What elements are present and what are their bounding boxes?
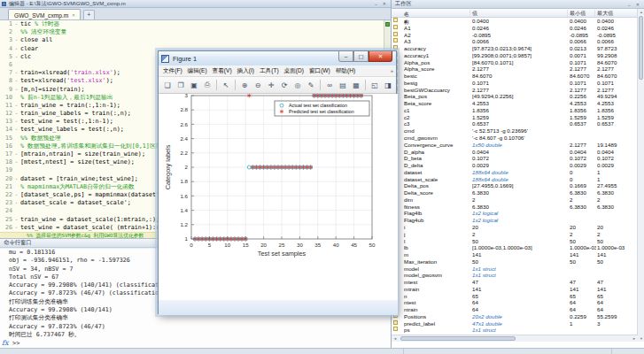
workspace-row[interactable]: j222 xyxy=(392,231,638,238)
close-button[interactable]: ✕ xyxy=(369,51,392,62)
workspace-row[interactable]: Delta_pos[27.4955,0.1669]0.166927.4955 xyxy=(392,182,638,189)
workspace-row[interactable]: D_delta0.00290.00290.0029 xyxy=(392,162,638,169)
workspace-row[interactable]: ps1x1 struct xyxy=(392,327,638,334)
panel-controls-icon[interactable]: ⌄ ✕ xyxy=(374,1,388,6)
workspace-row[interactable]: dim222 xyxy=(392,196,638,204)
menu-w[interactable]: 窗口(W) xyxy=(309,67,330,75)
scroll-down-icon[interactable]: ▼ xyxy=(638,335,644,342)
menu-d[interactable]: 桌面(D) xyxy=(284,67,304,75)
col-value[interactable]: 值 xyxy=(472,10,477,18)
hscroll-thumb[interactable] xyxy=(400,336,516,341)
status-bar xyxy=(0,348,644,354)
workspace-row[interactable]: Delta_score6.38306.38306.3830 xyxy=(392,189,638,196)
col-min[interactable]: 最小值 xyxy=(570,10,586,18)
workspace-row[interactable]: n656565 xyxy=(392,293,638,300)
workspace-column-headers[interactable]: 名称 ▴ 值 最小值 最大值 xyxy=(392,9,638,18)
figure-titlebar[interactable]: Figure 1 –▢✕ xyxy=(159,51,396,65)
open-file-icon[interactable]: ❐ xyxy=(175,79,187,91)
workspace-row[interactable]: a0.04000.04000.0400 xyxy=(392,18,638,25)
brush-icon[interactable]: ✎ xyxy=(305,79,317,91)
workspace-row[interactable]: bestg0.10710.10710.1071 xyxy=(392,80,638,87)
zoom-in-icon[interactable]: ⊕ xyxy=(238,79,251,91)
workspace-row[interactable]: mtest474747 xyxy=(392,279,638,286)
vscroll-thumb[interactable] xyxy=(639,16,643,80)
workspace-row[interactable]: bestc84.607084.607084.6070 xyxy=(392,73,638,80)
pan-icon[interactable]: ✛ xyxy=(265,79,277,91)
rotate-3d-icon[interactable]: ⟳ xyxy=(278,79,291,91)
workspace-row[interactable]: c21.52591.52591.5259 xyxy=(392,114,638,121)
zoom-out-icon[interactable]: ⊖ xyxy=(252,79,264,91)
workspace-row[interactable]: D_alpha0.04040.04040.0404 xyxy=(392,149,638,156)
new-tab-button[interactable]: + xyxy=(83,10,95,19)
workspace-row[interactable]: Alpha_score2.12772.12772.1277 xyxy=(392,65,638,73)
colorbar-icon[interactable]: ▤ xyxy=(337,79,349,91)
minimize-button[interactable]: – xyxy=(338,51,353,62)
workspace-row[interactable]: fitness6.38306.38306.3830 xyxy=(392,204,638,211)
workspace-row[interactable]: A30.00660.00660.0066 xyxy=(392,38,638,45)
scroll-right-icon[interactable]: ► xyxy=(631,335,638,342)
workspace-row[interactable]: lb[1.0000e-03,1.0000e-03]1.0000e-031.000… xyxy=(392,244,638,251)
workspace-row[interactable]: Max_iteration505050 xyxy=(392,258,638,266)
workspace-row[interactable]: cmd_gwosvm'-c 84.607 -g 0.10706' xyxy=(392,135,638,142)
workspace-row[interactable]: Alpha_pos[84.6070,0.1071]0.107184.6070 xyxy=(392,59,638,66)
save-figure-icon[interactable]: ▣ xyxy=(188,79,200,91)
workspace-row[interactable]: dataset188x64 double01 xyxy=(392,169,638,176)
workspace-row[interactable]: cmd'-c 52.5713 -g 0.23696' xyxy=(392,127,638,135)
workspace-row[interactable]: m141141141 xyxy=(392,251,638,258)
variable-value: 1.8356 xyxy=(472,107,567,114)
variable-value: 20 xyxy=(472,224,567,231)
legend-icon[interactable]: ▦ xyxy=(350,79,362,91)
workspace-row[interactable]: Convergence_curve1x50 double2.127719.148… xyxy=(392,142,638,149)
workspace-row[interactable]: ntest646464 xyxy=(392,299,638,306)
workspace-controls-icon[interactable]: ⌄ ✕ xyxy=(627,2,641,7)
edit-arrow-icon[interactable]: ↖ xyxy=(220,79,232,91)
workspace-row[interactable]: dataset_scale188x64 double01 xyxy=(392,176,638,183)
workspace-row[interactable]: c11.83561.83561.8356 xyxy=(392,107,638,114)
scroll-up-icon[interactable]: ▲ xyxy=(638,9,644,15)
menu-e[interactable]: 编辑(E) xyxy=(188,67,207,75)
link-plot-icon[interactable]: ∞ xyxy=(323,79,336,91)
scroll-left-icon[interactable]: ◄ xyxy=(392,335,399,342)
menu-overflow-icon[interactable]: » xyxy=(391,68,393,73)
workspace-row[interactable]: D_beta0.10720.10720.1072 xyxy=(392,155,638,162)
workspace-row[interactable]: A2-0.0895-0.0895-0.0895 xyxy=(392,32,638,39)
workspace-row[interactable]: A10.02460.02460.0246 xyxy=(392,25,638,32)
dock-icon[interactable]: ◱ xyxy=(369,79,381,91)
figure-window[interactable]: Figure 1 –▢✕ 文件(F)编辑(E)查看(V)插入(I)工具(T)桌面… xyxy=(158,50,397,314)
variable-name: cmd_gwosvm xyxy=(404,135,469,142)
print-icon[interactable]: ⎙ xyxy=(201,79,213,91)
tab-gwo-svm-cxmp[interactable]: GWO_SVM_cxmp.m × xyxy=(8,9,81,19)
menu-h[interactable]: 帮助(H) xyxy=(336,67,355,75)
workspace-row[interactable]: ntrain646464 xyxy=(392,306,638,313)
workspace-row[interactable]: l505050 xyxy=(392,238,638,245)
workspace-row[interactable]: Flag4lb1x2 logical xyxy=(392,210,638,217)
tab-close-icon[interactable]: × xyxy=(72,12,75,18)
workspace-row[interactable]: model_gwosvm1x1 struct xyxy=(392,272,638,279)
workspace-hscrollbar[interactable]: ◄ ► xyxy=(392,335,638,342)
data-cursor-icon[interactable]: ◎ xyxy=(291,79,304,91)
plot-legend[interactable]: Actual test set classificationPredicted … xyxy=(275,101,369,116)
workspace-row[interactable]: Flag4ub1x2 logical xyxy=(392,217,638,224)
workspace-row[interactable]: mtrain141141141 xyxy=(392,286,638,293)
workspace-row[interactable]: c30.65370.65370.6537 xyxy=(392,120,638,127)
workspace-row[interactable]: model1x1 struct xyxy=(392,266,638,273)
variable-max: 0.0400 xyxy=(597,18,636,25)
workspace-row[interactable]: accuracy[97.8723;0.0213;0.9674]0.021397.… xyxy=(392,45,638,52)
menu-f[interactable]: 文件(F) xyxy=(163,67,182,75)
menu-t[interactable]: 工具(T) xyxy=(260,67,279,75)
workspace-row[interactable]: Positions20x2 double0.225955.2599 xyxy=(392,313,638,320)
undock-icon[interactable]: ◨ xyxy=(382,79,394,91)
menu-i[interactable]: 插入(I) xyxy=(237,67,254,75)
workspace-row[interactable]: bestGWOaccuarcy2.12772.12772.1277 xyxy=(392,87,638,94)
workspace-vscrollbar[interactable]: ▲ ▼ xyxy=(637,9,644,342)
new-figure-icon[interactable]: ❏ xyxy=(161,79,174,91)
command-prompt[interactable]: >> xyxy=(12,340,19,347)
workspace-row[interactable]: Beta_pos[49.9294,0.2256]0.225649.9294 xyxy=(392,93,638,100)
menu-v[interactable]: 查看(V) xyxy=(213,67,232,75)
col-max[interactable]: 最大值 xyxy=(597,10,613,18)
workspace-row[interactable]: i202020 xyxy=(392,224,638,231)
workspace-row[interactable]: Beta_score4.25534.25534.2553 xyxy=(392,100,638,107)
workspace-row[interactable]: predict_label47x1 double13 xyxy=(392,320,638,327)
maximize-button[interactable]: ▢ xyxy=(353,51,369,62)
workspace-row[interactable]: accuracy1[99.2908;0.0071;0.9857]0.007199… xyxy=(392,52,638,59)
